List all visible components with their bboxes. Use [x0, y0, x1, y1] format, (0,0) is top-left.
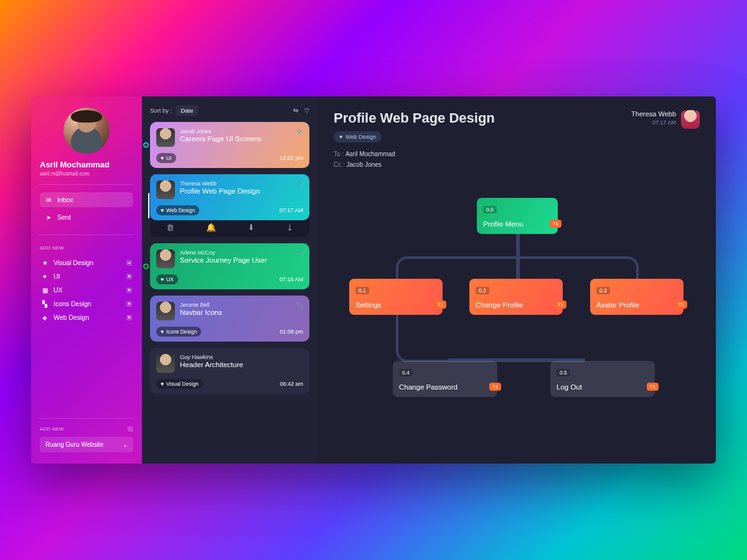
node-badge: T1 [675, 301, 687, 309]
cc-value: Jacob Jones [347, 161, 382, 168]
message-sender: Guy Hawkins [180, 354, 243, 360]
nav-label: Inbox [57, 196, 73, 203]
category-icons-design[interactable]: ▚ Icons Design [40, 297, 133, 310]
sidebar: Asril Mochammad asril.m@hotmail.com ✉ In… [31, 96, 142, 464]
attachment-icon: 📎 [296, 250, 303, 256]
detail-title: Profile Web Page Design [334, 110, 495, 126]
node-badge: T1 [435, 301, 446, 309]
message-card[interactable]: Jerome Bell Navbar Icons 📎 ♥ Icons Desig… [150, 296, 309, 342]
detail-from: Theresa Webb [631, 110, 676, 118]
divider [39, 418, 134, 419]
connector [516, 256, 520, 280]
tree-node[interactable]: 0.3 Avatar Profile T1 [590, 279, 684, 315]
sort-value[interactable]: Date [176, 105, 198, 116]
node-label: Change Profile [476, 301, 557, 309]
category-label: UI [54, 273, 60, 280]
grid-icon: ▚ [41, 300, 49, 307]
message-tag: ♥ Visual Design [156, 379, 203, 389]
tree-node[interactable]: 0.2 Change Profile T1 [469, 279, 563, 315]
to-value: Asril Mochammad [345, 151, 395, 157]
avatar[interactable] [681, 110, 700, 129]
attachment-icon: 📎 [296, 128, 303, 135]
nav-label: Sent [57, 213, 71, 221]
expand-icon[interactable] [126, 315, 132, 320]
category-visual-design[interactable]: ★ Visual Design [40, 256, 133, 269]
user-avatar[interactable] [63, 108, 110, 154]
chevron-down-icon: ⌄ [123, 441, 128, 448]
message-time: 07:17 AM [280, 207, 303, 213]
avatar [156, 180, 175, 199]
message-list-panel: Sort by : Date ⇆ ▽ Jacob Jones Careers P… [142, 96, 317, 464]
node-label: Log Out [557, 383, 649, 391]
sliders-icon[interactable]: ⇆ [293, 107, 298, 114]
node-badge: T1 [647, 383, 659, 391]
node-index: 0.2 [476, 287, 489, 294]
sort-label: Sort by : [150, 107, 172, 114]
nav-inbox[interactable]: ✉ Inbox [40, 192, 133, 207]
save-icon[interactable]: ⬇ [248, 223, 255, 232]
message-tag: ♥ UX [156, 274, 178, 284]
message-sender: Theresa Webb [180, 180, 260, 187]
attachment-icon: 📎 [296, 302, 303, 309]
sitemap-tree: 0.0 Profile Menu T1 0.1 Settings T1 0.2 … [334, 192, 700, 428]
connector [516, 234, 520, 259]
attachment-icon: 📎 [296, 180, 303, 187]
project-select[interactable]: Ruang Guru Website ⌄ [40, 437, 133, 452]
category-web-design[interactable]: ◈ Web Design [40, 310, 133, 324]
message-time: 01:08 pm [280, 329, 303, 335]
node-index: 0.3 [596, 287, 610, 294]
status-ring-icon [143, 264, 149, 269]
expand-icon[interactable] [126, 287, 132, 293]
message-title: Service Journey Page User [180, 256, 267, 264]
avatar [156, 354, 175, 373]
tree-node[interactable]: 0.1 Settings T1 [349, 279, 443, 315]
connector [396, 315, 452, 362]
category-label: Visual Design [54, 259, 93, 266]
tree-node[interactable]: 0.4 Change Password T1 [393, 361, 497, 397]
filter-icon[interactable]: ▽ [304, 107, 309, 114]
message-tag: ♥ UI [156, 153, 176, 163]
node-label: Avatar Profile [596, 301, 677, 309]
avatar [156, 128, 175, 147]
message-card[interactable]: Jacob Jones Careers Page UI Screens 📎 ♥ … [150, 122, 309, 168]
message-card-selected[interactable]: Theresa Webb Profile Web Page Design 📎 ♥… [150, 174, 309, 220]
message-card[interactable]: Arlene McCoy Service Journey Page User 📎… [150, 243, 309, 289]
selected-indicator [148, 193, 149, 218]
section-label: ADD NEW [40, 245, 133, 251]
node-index: 0.1 [355, 287, 369, 294]
message-card[interactable]: Guy Hawkins Header Architecture ♥ Visual… [150, 348, 309, 394]
star-icon: ★ [41, 259, 49, 266]
node-label: Change Password [399, 383, 491, 391]
collapse-icon[interactable] [126, 260, 132, 266]
bell-icon[interactable]: 🔔 [206, 223, 216, 232]
nav-sent[interactable]: ➤ Sent [40, 210, 133, 225]
node-index: 0.4 [399, 369, 413, 376]
user-name: Asril Mochammad [40, 160, 133, 169]
trash-icon[interactable]: 🗑 [166, 223, 174, 232]
node-index: 0.0 [483, 206, 497, 213]
message-sender: Jacob Jones [180, 128, 261, 134]
expand-icon[interactable] [126, 274, 132, 279]
user-email: asril.m@hotmail.com [40, 170, 133, 177]
sort-bar: Sort by : Date ⇆ ▽ [150, 105, 309, 116]
node-badge: T1 [489, 383, 501, 391]
paper-plane-icon: ➤ [45, 213, 52, 221]
avatar [156, 250, 175, 268]
tree-node[interactable]: 0.5 Log Out T1 [550, 361, 655, 397]
add-icon[interactable] [128, 426, 133, 432]
expand-icon[interactable] [126, 301, 132, 307]
category-ui[interactable]: ♥ UI [40, 269, 133, 283]
message-sender: Arlene McCoy [180, 250, 267, 256]
message-sender: Jerome Bell [180, 302, 222, 308]
node-index: 0.5 [557, 369, 570, 376]
category-ux[interactable]: ▦ UX [40, 283, 133, 297]
square-icon: ◈ [41, 314, 49, 321]
tree-node-root[interactable]: 0.0 Profile Menu T1 [477, 198, 558, 234]
divider [39, 184, 134, 185]
doc-icon: ▦ [41, 286, 49, 294]
message-title: Careers Page UI Screens [180, 135, 261, 142]
download-icon[interactable]: ⤓ [286, 223, 293, 232]
message-title: Header Architecture [180, 361, 243, 368]
node-badge: T1 [550, 220, 561, 228]
heart-icon: ♥ [41, 273, 49, 280]
